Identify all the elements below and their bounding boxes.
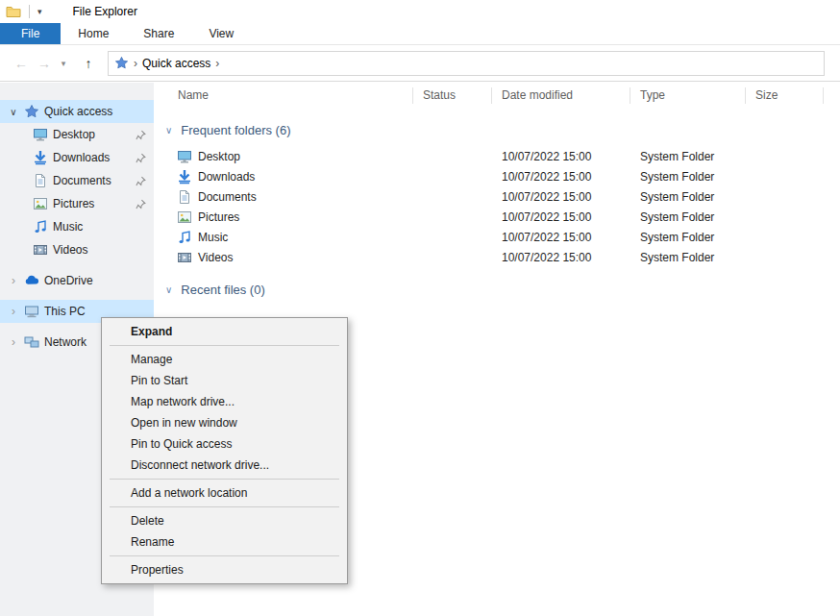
desktop-icon [33,127,48,142]
file-row-downloads[interactable]: Downloads 10/07/2022 15:00 System Folder [154,166,840,186]
sidebar-item-onedrive[interactable]: › OneDrive [0,269,154,292]
menu-separator [110,345,339,346]
pin-icon [136,153,146,163]
sidebar-item-pictures[interactable]: Pictures [0,192,154,215]
file-explorer-window: ▾ File Explorer File Home Share View ← →… [0,0,840,616]
sidebar-item-documents[interactable]: Documents [0,169,154,192]
sidebar-spacer [0,261,154,269]
sidebar-item-label: Desktop [53,128,95,141]
sidebar-item-label: OneDrive [44,274,93,287]
menu-separator [110,555,339,556]
chevron-expanded-icon[interactable]: ∨ [165,284,172,295]
back-button[interactable]: ← [10,56,33,71]
sidebar-item-label: Downloads [53,151,110,164]
forward-button[interactable]: → [33,56,56,71]
app-folder-icon [6,4,21,19]
address-bar[interactable]: › Quick access › [108,51,825,76]
column-header-name[interactable]: Name [154,87,413,104]
tab-home[interactable]: Home [61,23,126,44]
file-date-modified: 10/07/2022 15:00 [492,251,630,264]
file-type: System Folder [630,210,746,224]
pictures-icon [33,196,48,211]
desktop-icon [177,149,192,164]
column-header-size[interactable]: Size [746,87,824,104]
sidebar-item-label: Pictures [53,197,94,210]
recent-locations-dropdown-icon[interactable]: ▾ [56,59,71,68]
file-date-modified: 10/07/2022 15:00 [492,231,630,244]
sidebar-item-label: Quick access [44,105,112,118]
file-name: Pictures [198,210,239,224]
chevron-right-icon[interactable]: › [8,274,19,287]
column-header-date-modified[interactable]: Date modified [492,87,630,104]
window-title: File Explorer [73,5,137,18]
menu-item-expand[interactable]: Expand [102,321,347,342]
file-row-videos[interactable]: Videos 10/07/2022 15:00 System Folder [154,247,840,267]
music-icon [177,230,192,245]
videos-icon [177,250,192,265]
group-label: Frequent folders (6) [181,123,290,137]
file-name: Documents [198,190,257,204]
menu-item-disconnect-network-drive[interactable]: Disconnect network drive... [102,455,347,476]
sidebar-item-label: Documents [53,174,111,187]
group-header-frequent-folders[interactable]: ∨ Frequent folders (6) [165,119,840,140]
pictures-icon [177,209,192,225]
file-row-desktop[interactable]: Desktop 10/07/2022 15:00 System Folder [154,146,840,166]
sidebar-item-music[interactable]: Music [0,215,154,238]
group-header-recent-files[interactable]: ∨ Recent files (0) [165,279,840,300]
file-type: System Folder [630,190,746,204]
menu-item-add-network-location[interactable]: Add a network location [102,482,347,504]
breadcrumb-separator-icon: › [134,57,137,70]
column-header-row: Name Status Date modified Type Size [154,83,840,108]
file-row-documents[interactable]: Documents 10/07/2022 15:00 System Folder [154,186,840,207]
group-label: Recent files (0) [181,283,264,297]
file-date-modified: 10/07/2022 15:00 [492,210,630,224]
file-name: Music [198,231,228,244]
sidebar-item-quick-access[interactable]: ∨ Quick access [0,100,154,123]
sidebar-item-downloads[interactable]: Downloads [0,146,154,169]
tab-file[interactable]: File [0,23,61,44]
menu-item-pin-to-start[interactable]: Pin to Start [102,370,347,391]
column-header-status[interactable]: Status [413,87,492,104]
sidebar-spacer [0,292,154,300]
file-date-modified: 10/07/2022 15:00 [492,190,630,204]
menu-item-properties[interactable]: Properties [102,559,347,580]
menu-item-pin-to-quick-access[interactable]: Pin to Quick access [102,433,347,455]
file-type: System Folder [630,251,746,264]
sidebar-item-desktop[interactable]: Desktop [0,123,154,146]
breadcrumb-quick-access[interactable]: Quick access [142,57,210,70]
menu-separator [110,479,339,480]
tab-view[interactable]: View [191,23,251,44]
file-row-music[interactable]: Music 10/07/2022 15:00 System Folder [154,227,840,247]
up-button[interactable]: ↑ [77,56,100,71]
menu-item-open-in-new-window[interactable]: Open in new window [102,412,347,433]
pin-icon [136,176,146,186]
menu-item-rename[interactable]: Rename [102,531,347,553]
chevron-right-icon[interactable]: › [8,305,19,318]
qat-dropdown-icon[interactable]: ▾ [37,7,42,16]
this-pc-icon [24,304,39,319]
file-row-pictures[interactable]: Pictures 10/07/2022 15:00 System Folder [154,207,840,227]
file-name: Videos [198,251,233,264]
file-name: Desktop [198,150,240,163]
chevron-expanded-icon[interactable]: ∨ [165,125,172,136]
menu-item-delete[interactable]: Delete [102,510,347,531]
sidebar-item-label: Music [53,220,83,234]
chevron-expanded-icon[interactable]: ∨ [8,107,19,117]
pin-icon [136,130,146,140]
sidebar-item-videos[interactable]: Videos [0,238,154,261]
ribbon-tab-bar: File Home Share View [0,23,840,45]
tab-share[interactable]: Share [126,23,191,44]
menu-item-map-network-drive[interactable]: Map network drive... [102,391,347,412]
breadcrumb-separator-icon: › [215,57,219,70]
qat-separator [29,5,30,18]
videos-icon [33,242,48,258]
file-type: System Folder [630,231,746,244]
file-date-modified: 10/07/2022 15:00 [492,170,630,184]
onedrive-cloud-icon [24,273,39,288]
sidebar-item-label: Network [44,335,86,349]
chevron-right-icon[interactable]: › [8,335,19,349]
menu-separator [110,506,339,507]
navigation-bar: ← → ▾ ↑ › Quick access › [0,45,840,82]
column-header-type[interactable]: Type [630,87,746,104]
menu-item-manage[interactable]: Manage [102,349,347,370]
